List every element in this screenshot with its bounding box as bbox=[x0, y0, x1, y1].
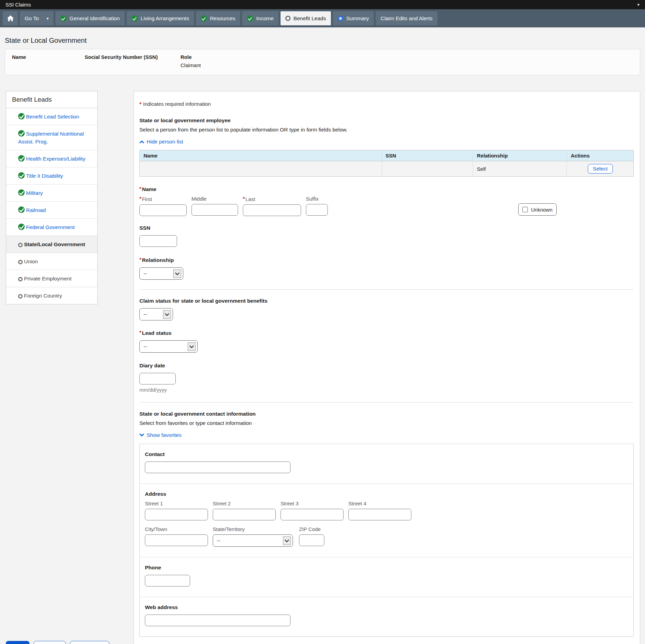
unknown-checkbox[interactable] bbox=[522, 207, 528, 212]
person-table-header-actions: Actions bbox=[567, 150, 634, 161]
zip-code-input[interactable] bbox=[299, 534, 324, 546]
next-button[interactable]: Next bbox=[6, 641, 29, 644]
person-table-row: Self Select bbox=[140, 161, 634, 177]
web-address-label: Web address bbox=[145, 604, 628, 610]
previous-button[interactable]: Previous bbox=[34, 641, 66, 644]
person-relationship-cell: Self bbox=[473, 161, 567, 177]
sidebar-title: Benefit Leads bbox=[6, 91, 97, 108]
name-unknown-toggle[interactable]: Unknown bbox=[518, 203, 557, 216]
chevron-up-icon bbox=[139, 140, 144, 143]
first-name-input[interactable] bbox=[139, 204, 187, 216]
main-nav: Go To ▾ General Identification Living Ar… bbox=[0, 9, 645, 27]
person-ssn-cell bbox=[382, 161, 473, 177]
claimant-role-value: Claimant bbox=[181, 62, 640, 68]
state-territory-select[interactable]: -- bbox=[213, 534, 293, 547]
person-table-header-ssn: SSN bbox=[382, 150, 473, 161]
web-address-input[interactable] bbox=[145, 615, 290, 626]
complete-check-icon bbox=[247, 15, 253, 22]
diary-date-input[interactable] bbox=[139, 373, 176, 384]
tab-general-identification[interactable]: General Identification bbox=[55, 11, 124, 25]
lead-status-select[interactable]: -- bbox=[139, 340, 198, 353]
employee-section-subtitle: Select a person from the person list to … bbox=[139, 127, 634, 133]
sidebar-item-title-ii-disability[interactable]: Title II Disability bbox=[6, 167, 97, 185]
street3-label: Street 3 bbox=[281, 501, 344, 506]
contact-input[interactable] bbox=[145, 462, 290, 473]
required-note: *Indicates required information bbox=[139, 101, 634, 107]
middle-name-label: Middle bbox=[191, 196, 238, 202]
sidebar-item-military[interactable]: Military bbox=[6, 185, 97, 202]
sidebar-item-railroad[interactable]: Railroad bbox=[6, 202, 97, 219]
last-name-label: *Last bbox=[243, 196, 301, 202]
person-list-table: Name SSN Relationship Actions Self Selec… bbox=[139, 150, 634, 177]
complete-check-icon bbox=[18, 189, 25, 196]
app-title: SSI Claims bbox=[5, 2, 31, 8]
select-dropdown-icon bbox=[188, 342, 196, 351]
diary-date-label: Diary date bbox=[139, 363, 634, 369]
claim-status-select[interactable]: -- bbox=[139, 308, 173, 320]
sidebar-item-state-local-government[interactable]: State/Local Government bbox=[6, 236, 97, 253]
ssn-input[interactable] bbox=[139, 235, 177, 247]
sidebar-item-foreign-country[interactable]: Foreign Country bbox=[6, 287, 97, 304]
name-group-label: *Name bbox=[139, 186, 634, 192]
collapse-titlebar-icon[interactable]: ▾ bbox=[637, 2, 640, 7]
home-icon bbox=[7, 15, 14, 21]
last-name-input[interactable] bbox=[243, 204, 301, 216]
relationship-label: *Relationship bbox=[139, 257, 634, 263]
wizard-nav: Next Previous Save & Exit bbox=[6, 641, 109, 644]
middle-name-input[interactable] bbox=[191, 204, 238, 216]
person-name-cell bbox=[140, 161, 382, 177]
sidebar-item-private-employment[interactable]: Private Employment bbox=[6, 270, 97, 287]
address-label: Address bbox=[145, 491, 628, 497]
street2-label: Street 2 bbox=[213, 501, 276, 506]
home-button[interactable] bbox=[3, 11, 18, 25]
tab-resources[interactable]: Resources bbox=[196, 11, 240, 25]
section-divider bbox=[139, 289, 634, 290]
select-dropdown-icon bbox=[283, 536, 291, 545]
sidebar-item-supplemental-nutritional-assist-prog[interactable]: Supplemental Nutritional Assist. Prog. bbox=[6, 125, 97, 150]
contact-section-title: State or local government contact inform… bbox=[139, 411, 634, 417]
employee-section-title: State or local government employee bbox=[139, 117, 634, 124]
person-table-header-name: Name bbox=[140, 150, 382, 161]
tab-living-arrangements[interactable]: Living Arrangements bbox=[127, 11, 194, 25]
pending-circle-icon bbox=[18, 260, 23, 264]
select-dropdown-icon bbox=[173, 269, 181, 278]
suffix-input[interactable] bbox=[306, 204, 328, 216]
contact-section-subtitle: Select from favorites or type contact in… bbox=[139, 420, 634, 426]
diary-date-format-hint: mm/dd/yyyy bbox=[139, 387, 634, 393]
show-favorites-link[interactable]: Show favorites bbox=[139, 432, 182, 438]
summary-ring-icon bbox=[338, 16, 343, 21]
street1-label: Street 1 bbox=[145, 501, 208, 506]
pending-circle-icon bbox=[18, 294, 23, 299]
zip-code-label: ZIP Code bbox=[299, 526, 324, 532]
goto-menu-button[interactable]: Go To ▾ bbox=[20, 11, 53, 25]
sidebar-item-federal-government[interactable]: Federal Government bbox=[6, 219, 97, 236]
select-person-button[interactable]: Select bbox=[588, 164, 613, 174]
section-divider bbox=[139, 402, 634, 403]
state-local-government-form: *Indicates required information State or… bbox=[134, 91, 640, 644]
save-and-exit-button[interactable]: Save & Exit bbox=[70, 641, 109, 644]
tab-benefit-leads[interactable]: Benefit Leads bbox=[281, 11, 331, 25]
complete-check-icon bbox=[18, 113, 25, 119]
tab-summary[interactable]: Summary bbox=[333, 11, 374, 25]
phone-input[interactable] bbox=[145, 575, 190, 586]
app-titlebar: SSI Claims ▾ bbox=[0, 0, 645, 9]
city-input[interactable] bbox=[145, 534, 208, 546]
street2-input[interactable] bbox=[213, 509, 276, 520]
street3-input[interactable] bbox=[281, 509, 344, 520]
complete-check-icon bbox=[60, 15, 66, 22]
street1-input[interactable] bbox=[145, 509, 208, 520]
complete-check-icon bbox=[18, 172, 25, 179]
tab-claim-edits-and-alerts[interactable]: Claim Edits and Alerts bbox=[376, 11, 437, 25]
sidebar-item-health-expenses-liability[interactable]: Health Expenses/Liability bbox=[6, 150, 97, 167]
relationship-select[interactable]: -- bbox=[139, 267, 183, 280]
claimant-summary: Name Social Security Number (SSN) Role C… bbox=[5, 49, 640, 75]
sidebar-item-union[interactable]: Union bbox=[6, 253, 97, 270]
sidebar-item-benefit-lead-selection[interactable]: Benefit Lead Selection bbox=[6, 108, 97, 125]
claimant-ssn-label: Social Security Number (SSN) bbox=[85, 54, 181, 60]
hide-person-list-link[interactable]: Hide person list bbox=[139, 139, 183, 145]
ssn-label: SSN bbox=[139, 225, 634, 231]
phone-label: Phone bbox=[145, 565, 628, 571]
tab-income[interactable]: Income bbox=[242, 11, 278, 25]
street4-input[interactable] bbox=[348, 509, 411, 520]
select-dropdown-icon bbox=[163, 310, 171, 319]
